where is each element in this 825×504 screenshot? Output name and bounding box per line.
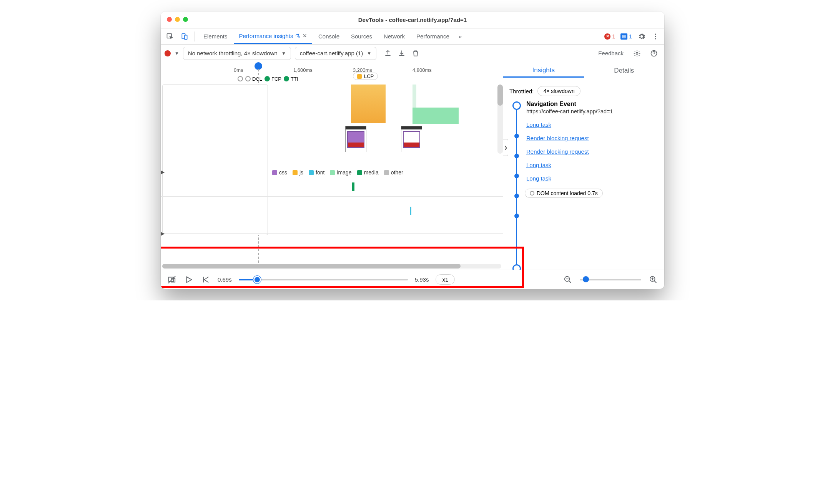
tree-node-start-icon bbox=[512, 101, 521, 110]
tab-insights[interactable]: Insights bbox=[503, 66, 584, 78]
main-task-block[interactable] bbox=[351, 85, 386, 123]
error-icon: ✕ bbox=[604, 33, 610, 40]
legend-swatch bbox=[357, 170, 362, 175]
import-icon[interactable] bbox=[396, 48, 407, 59]
screenshot-thumb[interactable] bbox=[401, 126, 422, 152]
insight-render-blocking[interactable]: Render blocking request bbox=[526, 135, 658, 141]
marker-fcp[interactable]: FCP bbox=[264, 76, 281, 82]
svg-point-5 bbox=[655, 38, 656, 39]
circle-icon bbox=[530, 191, 534, 196]
play-icon[interactable] bbox=[184, 275, 194, 285]
throttle-info: Throttled: 4× slowdown bbox=[503, 81, 664, 101]
tab-details[interactable]: Details bbox=[584, 67, 665, 77]
maximize-window-icon[interactable] bbox=[183, 17, 188, 22]
message-icon: ▤ bbox=[620, 33, 627, 40]
close-window-icon[interactable] bbox=[167, 17, 172, 22]
toggle-visibility-icon[interactable] bbox=[167, 275, 177, 285]
divider bbox=[195, 32, 195, 41]
tick-1: 1,600ms bbox=[293, 67, 353, 73]
tree-node-icon bbox=[514, 174, 519, 178]
insight-long-task[interactable]: Long task bbox=[526, 162, 658, 168]
panel-tabbar: Elements Performance insights ⚗ × Consol… bbox=[161, 28, 664, 45]
tree-node-icon bbox=[514, 214, 519, 218]
main-content: 0ms 1,600ms 3,200ms 4,800ms DCL FCP TTI … bbox=[161, 62, 664, 270]
tab-console[interactable]: Console bbox=[313, 28, 345, 44]
svg-point-3 bbox=[655, 33, 656, 35]
tab-performance[interactable]: Performance bbox=[411, 28, 455, 44]
insight-render-blocking[interactable]: Render blocking request bbox=[526, 148, 658, 155]
message-count-badge[interactable]: ▤ 1 bbox=[618, 33, 634, 40]
track-expand-icon[interactable]: ▶ bbox=[161, 230, 165, 236]
slider-knob[interactable] bbox=[583, 276, 589, 282]
device-toggle-icon[interactable] bbox=[178, 33, 191, 40]
record-button[interactable] bbox=[165, 50, 171, 56]
dcl-chip[interactable]: DOM content loaded 0.7s bbox=[525, 189, 603, 198]
marker-lcp[interactable]: LCP bbox=[353, 73, 378, 80]
flamechart-area[interactable]: css js font image media other ▶ ▶ bbox=[161, 85, 503, 263]
titlebar: DevTools - coffee-cart.netlify.app/?ad=1 bbox=[161, 12, 664, 28]
timeline-ruler: 0ms 1,600ms 3,200ms 4,800ms bbox=[161, 62, 503, 73]
insights-toolbar: ▼ No network throttling, 4× slowdown ▼ c… bbox=[161, 45, 664, 62]
recording-label: coffee-cart.netlify.app (1) bbox=[300, 50, 363, 56]
track-row bbox=[161, 178, 503, 197]
kebab-menu-icon[interactable] bbox=[649, 30, 662, 43]
tab-label: Performance insights bbox=[239, 33, 293, 39]
screenshot-thumb[interactable] bbox=[345, 126, 366, 152]
circle-icon bbox=[264, 76, 270, 81]
more-tabs-button[interactable]: » bbox=[456, 28, 465, 44]
time-current: 0.69s bbox=[218, 276, 232, 283]
navigation-event-title: Navigation Event bbox=[526, 101, 658, 108]
horizontal-scrollbar[interactable] bbox=[161, 263, 503, 270]
feedback-link[interactable]: Feedback bbox=[598, 50, 624, 56]
navigation-event-url: https://coffee-cart.netlify.app/?ad=1 bbox=[526, 108, 658, 114]
settings-icon[interactable] bbox=[635, 30, 648, 43]
tab-performance-insights[interactable]: Performance insights ⚗ × bbox=[234, 28, 312, 44]
experiment-icon: ⚗ bbox=[295, 33, 300, 39]
legend-swatch bbox=[309, 170, 314, 175]
time-total: 5.93s bbox=[415, 276, 429, 283]
zoom-in-icon[interactable] bbox=[648, 275, 658, 285]
svg-point-6 bbox=[636, 52, 638, 54]
square-icon bbox=[357, 74, 362, 79]
legend-swatch bbox=[330, 170, 335, 175]
sidebar-tabs: Insights Details bbox=[503, 62, 664, 81]
marker-tti[interactable]: TTI bbox=[284, 76, 298, 82]
playback-speed-chip[interactable]: x1 bbox=[436, 274, 455, 285]
track-row bbox=[161, 197, 503, 215]
delete-icon[interactable] bbox=[410, 48, 421, 59]
tab-network[interactable]: Network bbox=[378, 28, 410, 44]
recording-select[interactable]: coffee-cart.netlify.app (1) ▼ bbox=[295, 47, 376, 60]
network-bar[interactable] bbox=[410, 207, 411, 215]
track-expand-icon[interactable]: ▶ bbox=[161, 169, 165, 174]
chevron-down-icon: ▼ bbox=[367, 51, 371, 56]
throttling-select[interactable]: No network throttling, 4× slowdown ▼ bbox=[183, 47, 291, 60]
slider-knob[interactable] bbox=[253, 276, 261, 284]
tick-0: 0ms bbox=[234, 67, 293, 73]
close-tab-icon[interactable]: × bbox=[303, 32, 307, 40]
help-icon[interactable] bbox=[647, 47, 660, 60]
zoom-slider[interactable] bbox=[580, 279, 641, 280]
network-bar[interactable] bbox=[352, 182, 354, 191]
task-block[interactable] bbox=[412, 108, 459, 124]
seek-start-icon[interactable] bbox=[201, 275, 211, 285]
tab-sources[interactable]: Sources bbox=[346, 28, 378, 44]
inspect-icon[interactable] bbox=[163, 33, 177, 40]
vertical-scrollbar[interactable] bbox=[497, 85, 503, 154]
minimize-window-icon[interactable] bbox=[175, 17, 180, 22]
panel-settings-icon[interactable] bbox=[630, 47, 644, 60]
error-count-badge[interactable]: ✕ 1 bbox=[602, 33, 617, 40]
throttle-chip[interactable]: 4× slowdown bbox=[537, 86, 580, 96]
insight-long-task[interactable]: Long task bbox=[526, 121, 658, 128]
zoom-out-icon[interactable] bbox=[563, 275, 573, 285]
legend-swatch bbox=[272, 170, 277, 175]
export-icon[interactable] bbox=[383, 48, 393, 59]
task-block[interactable] bbox=[412, 85, 416, 108]
tree-node-icon bbox=[514, 194, 519, 198]
insight-long-task[interactable]: Long task bbox=[526, 175, 658, 182]
marker-dcl[interactable]: DCL bbox=[245, 76, 262, 82]
playback-slider[interactable] bbox=[239, 279, 408, 280]
tab-elements[interactable]: Elements bbox=[198, 28, 233, 44]
track-row bbox=[161, 215, 503, 234]
record-menu-caret[interactable]: ▼ bbox=[175, 51, 179, 56]
playback-bar: 0.69s 5.93s x1 bbox=[161, 270, 664, 289]
